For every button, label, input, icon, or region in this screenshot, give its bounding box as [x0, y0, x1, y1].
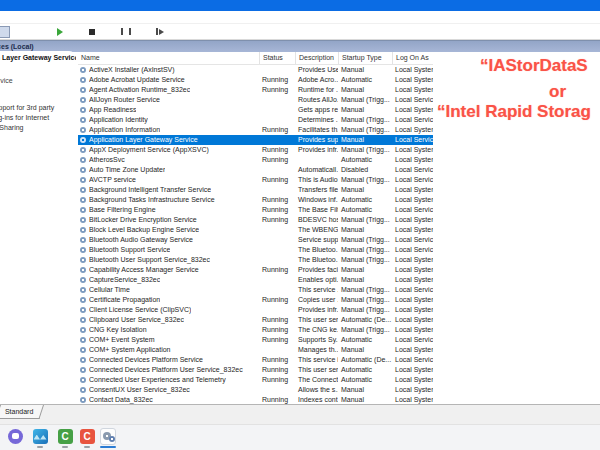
- table-row[interactable]: CNG Key IsolationRunningThe CNG ke...Man…: [78, 325, 433, 335]
- pause-service-button[interactable]: [120, 26, 132, 37]
- service-status: Running: [259, 295, 295, 305]
- table-row[interactable]: Capability Access Manager ServiceRunning…: [78, 265, 433, 275]
- table-row[interactable]: App ReadinessGets apps re...ManualLocal …: [78, 105, 433, 115]
- service-description: Supports Sy...: [295, 335, 338, 345]
- restart-service-button[interactable]: [154, 26, 166, 37]
- column-header-status[interactable]: Status: [259, 52, 295, 64]
- service-gear-icon: [80, 367, 86, 373]
- service-gear-icon: [80, 197, 86, 203]
- service-status: [259, 95, 295, 105]
- service-logon-as: Local System: [392, 295, 433, 305]
- service-name: CaptureService_832ec: [89, 275, 160, 285]
- console-window-icon[interactable]: [0, 26, 10, 38]
- table-row[interactable]: Bluetooth User Support Service_832ecThe …: [78, 255, 433, 265]
- service-logon-as: Local System: [392, 385, 433, 395]
- service-logon-as: Local System: [392, 345, 433, 355]
- tab-standard[interactable]: Standard: [0, 405, 44, 419]
- table-row[interactable]: Cellular TimeThis service ...Manual (Tri…: [78, 285, 433, 295]
- service-gear-icon: [80, 237, 86, 243]
- toolbar: [0, 24, 600, 40]
- pause-service-icon: [121, 28, 131, 35]
- service-name: ActiveX Installer (AxInstSV): [89, 65, 175, 75]
- service-name: App Readiness: [89, 105, 136, 115]
- service-status: Running: [259, 155, 295, 165]
- column-header-log-on-as[interactable]: Log On As: [392, 52, 433, 64]
- service-gear-icon: [80, 347, 86, 353]
- table-row[interactable]: Background Intelligent Transfer ServiceT…: [78, 185, 433, 195]
- table-row[interactable]: AtherosSvcRunningAutomaticLocal System: [78, 155, 433, 165]
- table-row[interactable]: Connected User Experiences and Telemetry…: [78, 375, 433, 385]
- table-row[interactable]: Certificate PropagationRunningCopies use…: [78, 295, 433, 305]
- table-row[interactable]: Connected Devices Platform ServiceRunnin…: [78, 355, 433, 365]
- table-row[interactable]: Application InformationRunningFacilitate…: [78, 125, 433, 135]
- service-description: The CNG ke...: [295, 325, 338, 335]
- menu-bar[interactable]: [0, 11, 600, 24]
- table-row[interactable]: AVCTP serviceRunningThis is Audio...Manu…: [78, 175, 433, 185]
- column-header-name[interactable]: Name: [78, 52, 259, 64]
- service-name: AllJoyn Router Service: [89, 95, 160, 105]
- service-description: This user ser...: [295, 315, 338, 325]
- table-row[interactable]: Auto Time Zone UpdaterAutomaticall...Dis…: [78, 165, 433, 175]
- service-status: Running: [259, 265, 295, 275]
- service-logon-as: Local System: [392, 85, 433, 95]
- service-name: COM+ System Application: [89, 345, 171, 355]
- service-name: Connected Devices Platform User Service_…: [89, 365, 243, 375]
- service-description: This service ...: [295, 285, 338, 295]
- service-description: Routes AllJo...: [295, 95, 338, 105]
- stop-service-icon: [89, 29, 95, 35]
- taskbar-chat-app[interactable]: [7, 428, 23, 444]
- service-description: Provides Use...: [295, 65, 338, 75]
- table-row[interactable]: Bluetooth Support ServiceThe Bluetoo...M…: [78, 245, 433, 255]
- service-startup-type: Manual (Trigg...: [338, 215, 392, 225]
- column-header-description[interactable]: Description: [295, 52, 338, 64]
- service-gear-icon: [80, 327, 86, 333]
- taskbar-red-c-app[interactable]: C: [79, 428, 95, 444]
- stop-service-button[interactable]: [86, 26, 98, 37]
- service-description: Copies user ...: [295, 295, 338, 305]
- table-row[interactable]: Connected Devices Platform User Service_…: [78, 365, 433, 375]
- taskbar-green-c-app[interactable]: C: [57, 428, 73, 444]
- table-row[interactable]: Application Layer Gateway ServiceProvide…: [78, 135, 433, 145]
- service-gear-icon: [80, 207, 86, 213]
- taskbar-photos-app[interactable]: [32, 428, 48, 444]
- table-row[interactable]: Agent Activation Runtime_832ecRunningRun…: [78, 85, 433, 95]
- table-row[interactable]: COM+ System ApplicationManages th...Manu…: [78, 345, 433, 355]
- service-gear-icon: [80, 307, 86, 313]
- service-logon-as: Local System: [392, 255, 433, 265]
- taskbar-services-app[interactable]: [100, 428, 116, 444]
- table-row[interactable]: Background Tasks Infrastructure ServiceR…: [78, 195, 433, 205]
- service-gear-icon: [80, 257, 86, 263]
- table-row[interactable]: Bluetooth Audio Gateway ServiceService s…: [78, 235, 433, 245]
- service-startup-type: Manual (Trigg...: [338, 95, 392, 105]
- start-service-button[interactable]: [54, 26, 66, 37]
- table-row[interactable]: ConsentUX User Service_832ecAllows the s…: [78, 385, 433, 395]
- table-row[interactable]: ActiveX Installer (AxInstSV)Provides Use…: [78, 65, 433, 75]
- service-startup-type: Automatic: [338, 335, 392, 345]
- service-description: The Connect...: [295, 375, 338, 385]
- service-logon-as: Local System: [392, 185, 433, 195]
- table-row[interactable]: Block Level Backup Engine ServiceThe WBE…: [78, 225, 433, 235]
- service-status: Running: [259, 85, 295, 95]
- table-row[interactable]: BitLocker Drive Encryption ServiceRunnin…: [78, 215, 433, 225]
- service-startup-type: Manual: [338, 385, 392, 395]
- table-row[interactable]: AllJoyn Router ServiceRoutes AllJo...Man…: [78, 95, 433, 105]
- table-row[interactable]: Adobe Acrobat Update ServiceRunningAdobe…: [78, 75, 433, 85]
- service-startup-type: Manual (Trigg...: [338, 285, 392, 295]
- column-header-startup-type[interactable]: Startup Type: [338, 52, 392, 64]
- table-row[interactable]: CaptureService_832ecEnables opti...Manua…: [78, 275, 433, 285]
- window-titlebar[interactable]: [0, 0, 600, 11]
- table-row[interactable]: Client License Service (ClipSVC)Provides…: [78, 305, 433, 315]
- service-name: Application Identity: [89, 115, 148, 125]
- service-name: ConsentUX User Service_832ec: [89, 385, 190, 395]
- start-service-link[interactable]: Start the service: [0, 77, 13, 84]
- service-gear-icon: [80, 277, 86, 283]
- table-row[interactable]: COM+ Event SystemRunningSupports Sy...Au…: [78, 335, 433, 345]
- restart-service-icon: [156, 28, 164, 35]
- table-row[interactable]: Application IdentityDetermines ...Manual…: [78, 115, 433, 125]
- table-row[interactable]: Base Filtering EngineRunningThe Base Fil…: [78, 205, 433, 215]
- service-description: Provides infr...: [295, 145, 338, 155]
- service-startup-type: Manual: [338, 185, 392, 195]
- service-gear-icon: [80, 217, 86, 223]
- table-row[interactable]: Clipboard User Service_832ecRunningThis …: [78, 315, 433, 325]
- table-row[interactable]: AppX Deployment Service (AppXSVC)Running…: [78, 145, 433, 155]
